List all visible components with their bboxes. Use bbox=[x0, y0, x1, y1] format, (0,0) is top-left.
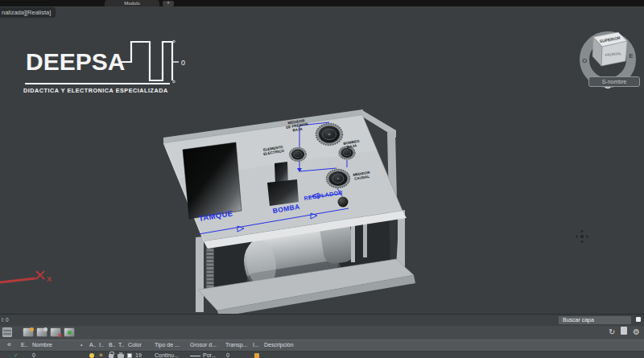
layer-color-value[interactable]: 19 bbox=[135, 352, 142, 358]
pan-cursor-icon bbox=[575, 229, 589, 247]
panel-properties-icon[interactable] bbox=[2, 327, 12, 337]
column-transparency[interactable]: Transp... bbox=[225, 342, 247, 348]
viewcube-cube[interactable]: SUPERIOR FRONTAL bbox=[592, 32, 627, 66]
logo-underline bbox=[25, 83, 170, 84]
search-layer-input[interactable]: Buscar capa bbox=[559, 316, 631, 324]
layer-table-header: « E.. Nombre ▴ A.. I.. B.. T.. Color Tip… bbox=[0, 339, 644, 352]
layer-properties-panel: l: 0 Buscar capa × ↻ ⚙ « bbox=[0, 314, 644, 358]
layer-freeze-sun-icon[interactable]: ☀ bbox=[98, 352, 103, 358]
sort-ascending-icon[interactable]: ▴ bbox=[80, 342, 83, 347]
layer-panel-search-row: l: 0 Buscar capa bbox=[0, 315, 644, 326]
column-plot[interactable]: T.. bbox=[118, 342, 124, 348]
current-layer-text: l: 0 bbox=[2, 317, 9, 323]
column-lineweight[interactable]: Grosor d... bbox=[190, 342, 217, 348]
layer-plot-printer-icon[interactable] bbox=[118, 354, 124, 358]
gauge-small-left bbox=[290, 148, 307, 162]
column-name[interactable]: Nombre bbox=[32, 342, 52, 348]
layer-row-0[interactable]: ✓ 0 ☀ 19 Continu... Por... 0 bbox=[0, 352, 644, 358]
viewcube-west-label: O bbox=[582, 57, 587, 64]
column-description[interactable]: Descripción bbox=[264, 342, 294, 348]
layer-panel-toolbar: × ↻ ⚙ bbox=[0, 326, 644, 339]
layer-transparency-cell[interactable]: 0 bbox=[226, 352, 229, 358]
autocad-window: Modulo + nalizada][Realista] bbox=[0, 0, 644, 358]
column-status[interactable]: E.. bbox=[21, 342, 28, 348]
deepsa-logo: DEEPSA 0 DIDACTICA Y ELECTRONICA ESPECIA… bbox=[23, 39, 204, 100]
column-lock[interactable]: B.. bbox=[109, 342, 116, 348]
lineweight-line-icon bbox=[190, 356, 200, 356]
delete-x-icon: × bbox=[58, 331, 62, 339]
viewcube[interactable]: O E S SUPERIOR FRONTAL bbox=[574, 24, 642, 98]
set-current-icon bbox=[68, 331, 72, 335]
tank-window bbox=[183, 142, 242, 219]
layer-plotstyle-icon[interactable] bbox=[254, 353, 259, 358]
layer-lock-icon[interactable] bbox=[109, 354, 114, 358]
viewcube-east-label: E bbox=[629, 52, 634, 60]
refresh-icon[interactable]: ↻ bbox=[609, 327, 615, 338]
set-current-layer-button[interactable] bbox=[64, 327, 75, 337]
deepsa-brand-text: DEEPSA bbox=[26, 50, 125, 74]
new-layer-vp-button[interactable] bbox=[36, 327, 47, 337]
collapse-panel-button[interactable]: « bbox=[7, 340, 11, 348]
layer-states-page-icon bbox=[621, 327, 627, 335]
column-freeze[interactable]: I.. bbox=[99, 342, 104, 348]
gauge-high bbox=[316, 124, 343, 146]
black-knob bbox=[338, 197, 349, 208]
layer-on-bulb-icon[interactable] bbox=[89, 353, 94, 358]
wave-zero-label: 0 bbox=[181, 59, 185, 67]
delete-layer-button[interactable]: × bbox=[50, 327, 61, 337]
new-layer-button[interactable] bbox=[23, 327, 34, 337]
logo-tagline: DIDACTICA Y ELECTRONICA ESPECIALIZADA bbox=[23, 87, 168, 94]
layer-color-swatch[interactable] bbox=[127, 353, 132, 358]
layer-status-check-icon: ✓ bbox=[14, 352, 19, 358]
layer-states-icon[interactable] bbox=[621, 327, 627, 338]
ucs-x-axis: X bbox=[0, 271, 52, 283]
square-wave-icon: 0 bbox=[119, 39, 204, 88]
column-color[interactable]: Color bbox=[128, 342, 142, 348]
layer-linetype-cell[interactable]: Continu... bbox=[155, 352, 179, 358]
view-name-button[interactable]: S-nombre bbox=[588, 76, 640, 87]
new-layer-spark-icon bbox=[30, 327, 34, 331]
search-filter-icon[interactable] bbox=[636, 317, 641, 322]
layer-name-cell[interactable]: 0 bbox=[32, 352, 35, 358]
column-plotstyle[interactable]: I... bbox=[253, 342, 259, 348]
column-on[interactable]: A.. bbox=[89, 342, 97, 348]
new-layer-vp-icon bbox=[43, 327, 47, 331]
settings-gear-icon[interactable]: ⚙ bbox=[633, 327, 640, 338]
x-axis-label: X bbox=[47, 275, 52, 283]
layer-lineweight-cell[interactable]: Por... bbox=[203, 352, 216, 358]
gauge-regulator bbox=[327, 170, 350, 188]
column-linetype[interactable]: Tipo de ... bbox=[155, 342, 180, 348]
